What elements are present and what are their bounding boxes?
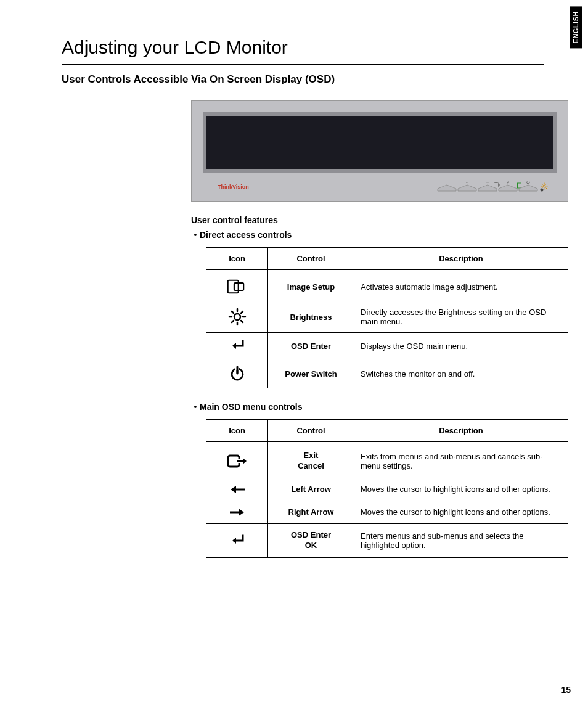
description-cell: Switches the monitor on and off. xyxy=(354,359,568,388)
th-icon: Icon xyxy=(206,420,268,442)
control-cell: Brightness xyxy=(268,301,354,333)
table-row: Power Switch Switches the monitor on and… xyxy=(206,359,568,388)
control-cell: Power Switch xyxy=(268,359,354,388)
svg-rect-22 xyxy=(227,280,238,293)
monitor-buttons-strip: ← → ↵ ⏻ xyxy=(435,178,545,192)
description-cell: Exits from menus and sub-menus and cance… xyxy=(354,444,568,478)
svg-line-9 xyxy=(546,188,547,189)
language-tab: ENGLISH xyxy=(570,6,582,48)
description-cell: Moves the cursor to highlight icons and … xyxy=(354,478,568,501)
description-cell: Activates automatic image adjustment. xyxy=(354,272,568,301)
table-row: Brightness Directly accesses the Brightn… xyxy=(206,301,568,333)
th-description: Description xyxy=(354,248,568,270)
svg-line-29 xyxy=(232,311,234,313)
control-cell: Right Arrow xyxy=(268,501,354,523)
monitor-illustration: ThinkVision xyxy=(191,100,568,202)
image-setup-icon xyxy=(206,272,268,301)
bullet-direct-label: Direct access controls xyxy=(200,230,292,240)
th-control: Control xyxy=(268,420,354,442)
table-row: OSD Enter Displays the OSD main menu. xyxy=(206,333,568,359)
monitor-brand-label: ThinkVision xyxy=(218,184,249,190)
exit-icon xyxy=(206,444,268,478)
page-subtitle: User Controls Accessible Via On Screen D… xyxy=(62,73,544,86)
table-row: Left Arrow Moves the cursor to highlight… xyxy=(206,478,568,501)
th-description: Description xyxy=(354,420,568,442)
enter-icon xyxy=(206,523,268,557)
bullet-main-osd: •Main OSD menu controls xyxy=(191,402,568,412)
control-cell: OSD EnterOK xyxy=(268,523,354,557)
description-cell: Moves the cursor to highlight icons and … xyxy=(354,501,568,523)
svg-text:⏻: ⏻ xyxy=(526,181,530,184)
horizontal-rule xyxy=(62,64,544,65)
control-cell: OSD Enter xyxy=(268,333,354,359)
th-control: Control xyxy=(268,248,354,270)
svg-marker-12 xyxy=(438,185,456,191)
svg-marker-14 xyxy=(478,185,497,191)
brightness-icon xyxy=(206,301,268,333)
table-row: Right Arrow Moves the cursor to highligh… xyxy=(206,501,568,523)
svg-line-32 xyxy=(241,311,243,313)
power-icon xyxy=(206,359,268,388)
main-osd-table: Icon Control Description ExitCancel Exit… xyxy=(206,419,568,558)
description-cell: Displays the OSD main menu. xyxy=(354,333,568,359)
control-cell: Left Arrow xyxy=(268,478,354,501)
svg-line-30 xyxy=(241,321,243,322)
th-icon: Icon xyxy=(206,248,268,270)
table-row: Image Setup Activates automatic image ad… xyxy=(206,272,568,301)
svg-line-11 xyxy=(546,184,547,185)
control-cell: Image Setup xyxy=(268,272,354,301)
svg-marker-15 xyxy=(499,185,517,191)
page-title: Adjusting your LCD Monitor xyxy=(62,37,544,58)
table-row: OSD EnterOK Enters menus and sub-menus a… xyxy=(206,523,568,557)
page-content: Adjusting your LCD Monitor User Controls… xyxy=(0,0,588,583)
svg-line-31 xyxy=(232,321,234,322)
section-heading: User control features xyxy=(191,215,568,225)
svg-point-24 xyxy=(234,314,240,320)
svg-marker-16 xyxy=(519,185,537,191)
bullet-direct-access: •Direct access controls xyxy=(191,230,568,240)
svg-text:→: → xyxy=(486,181,489,184)
enter-icon xyxy=(206,333,268,359)
control-cell: ExitCancel xyxy=(268,444,354,478)
left-arrow-icon xyxy=(206,478,268,501)
svg-text:←: ← xyxy=(465,181,469,184)
description-cell: Enters menus and sub-menus and selects t… xyxy=(354,523,568,557)
svg-marker-13 xyxy=(458,185,476,191)
right-arrow-icon xyxy=(206,501,268,523)
page-number: 15 xyxy=(561,685,571,695)
table-row: ExitCancel Exits from menus and sub-menu… xyxy=(206,444,568,478)
svg-text:↵: ↵ xyxy=(507,181,510,184)
bullet-main-label: Main OSD menu controls xyxy=(200,402,302,412)
monitor-button-panel: ← → ↵ ⏻ xyxy=(494,182,552,191)
direct-access-table: Icon Control Description Image Setup Act… xyxy=(206,247,568,388)
svg-point-21 xyxy=(541,189,544,192)
description-cell: Directly accesses the Brightness setting… xyxy=(354,301,568,333)
